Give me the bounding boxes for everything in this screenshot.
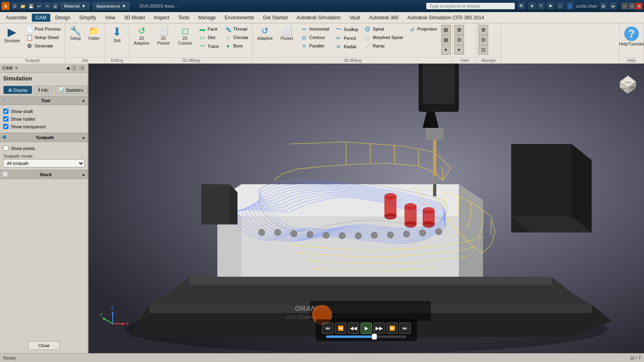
morphed-spiral-icon: ◌ [364, 34, 371, 41]
2d-adaptive-button[interactable]: ↺ 2D Adaptive [131, 25, 152, 47]
show-points-checkbox[interactable] [3, 146, 8, 151]
qa-new[interactable]: 🗋 [11, 2, 19, 10]
help-tutorials-button[interactable]: ? Help/Tutorials [621, 25, 642, 48]
circular-button[interactable]: ○ Circular [222, 33, 251, 41]
setup-sheet-button[interactable]: 📋 Setup Sheet [23, 33, 63, 41]
more-btn[interactable]: ≫ [609, 2, 617, 10]
tab-display[interactable]: 🖥 Display [3, 86, 32, 94]
face-button[interactable]: ▬ Face [196, 25, 221, 33]
menu-simplify[interactable]: Simplify [75, 14, 100, 22]
menu-3dmodel[interactable]: 3D Model [120, 14, 149, 22]
show-holder-checkbox[interactable] [3, 116, 8, 121]
cube-navigator[interactable]: TOP LEFT LEFT [616, 68, 640, 96]
panel-help-btn[interactable]: ? [71, 65, 77, 71]
pencil-button[interactable]: ✏ Pencil [332, 34, 361, 42]
morphed-spiral-button[interactable]: ◌ Morphed Spiral [361, 33, 405, 41]
horizontal-button[interactable]: ═ Horizontal [298, 25, 332, 33]
trace-button[interactable]: 〜 Trace [196, 42, 221, 51]
panel-close-btn[interactable]: ✕ [79, 65, 85, 71]
3d-more-btn-3[interactable]: ▼ [441, 45, 451, 55]
help-icon-btn[interactable]: ? [537, 2, 545, 10]
cam-dropdown[interactable]: ▼ [14, 66, 19, 70]
search-options-btn[interactable]: ▼ [528, 2, 536, 10]
show-transparent-checkbox[interactable] [3, 124, 8, 129]
view-btn-1[interactable]: ⊞ [454, 25, 464, 35]
playback-step-fwd-btn[interactable]: ▶▶ [374, 323, 385, 334]
menu-cam[interactable]: CAM [32, 14, 51, 22]
playback-play-btn[interactable]: ▶ [361, 323, 372, 334]
tab-statistics[interactable]: 📊 Statistics [54, 86, 88, 94]
section-toolpath-header[interactable]: ⬟ Toolpath ▲ [0, 133, 88, 142]
flag-btn[interactable]: ⚑ [547, 2, 554, 10]
playback-step-back-btn[interactable]: ◀◀ [348, 323, 359, 334]
2d-contour-button[interactable]: ◻ 2D Contour [175, 25, 196, 47]
expand-btn[interactable]: ⊞ [600, 2, 607, 10]
slot-button[interactable]: ▭ Slot [196, 33, 221, 41]
menu-assemble[interactable]: Assemble [2, 14, 31, 22]
menu-inspect[interactable]: Inspect [150, 14, 173, 22]
view-btn-2[interactable]: ⊟ [454, 35, 464, 45]
tab-info[interactable]: ℹ Info [34, 86, 53, 94]
menu-autodesk-sim[interactable]: Autodesk Simulation [293, 14, 345, 22]
folder-button[interactable]: 📁 Folder [85, 25, 103, 43]
3d-more-btn-2[interactable]: ▤ [441, 35, 451, 45]
parallel-button[interactable]: ≡ Parallel [298, 42, 332, 50]
manage-btn-2[interactable]: ⊟ [479, 35, 488, 45]
close-button[interactable]: Close [28, 341, 60, 350]
search-btn[interactable]: 🔍 [518, 2, 525, 10]
spiral-button[interactable]: @ Spiral [361, 25, 405, 33]
menu-cfd[interactable]: Autodesk Simulation CFD 360 2014 [403, 14, 488, 22]
menu-tools[interactable]: Tools [174, 14, 194, 22]
drill-button[interactable]: ⬇ Drill [107, 25, 128, 45]
menu-get-started[interactable]: Get Started [259, 14, 291, 22]
qa-print[interactable]: 🖨 [52, 2, 59, 10]
simulate-button[interactable]: ▶ Simulate [2, 25, 23, 45]
win-close[interactable]: ✕ [636, 3, 642, 9]
manage-btn-3[interactable]: ⊡ [479, 45, 488, 55]
material-dropdown[interactable]: Material ▼ [60, 2, 89, 10]
view-btn-3[interactable]: ▼ [454, 45, 464, 55]
section-stock-header[interactable]: ⬜ Stock ▲ [0, 170, 88, 179]
generate-button[interactable]: ⚙ Generate [23, 42, 63, 50]
2d-pocket-button[interactable]: ⬜ 2D Pocket [153, 25, 174, 47]
appearance-dropdown[interactable]: Appearance ▼ [93, 2, 130, 10]
thread-button[interactable]: 🔩 Thread [222, 25, 251, 33]
ramp-button[interactable]: ⟋ Ramp [361, 42, 405, 50]
win-minimize[interactable]: ─ [621, 3, 628, 9]
post-process-button[interactable]: 📄 Post Process [23, 25, 63, 33]
qa-open[interactable]: 📂 [19, 2, 27, 10]
playback-start-btn[interactable]: ⏮ [322, 323, 333, 334]
qa-undo[interactable]: ↩ [35, 2, 43, 10]
menu-view[interactable]: View [101, 14, 120, 22]
projection-button[interactable]: ⊿ Projection [406, 25, 440, 33]
search-input[interactable] [426, 3, 515, 9]
qa-save[interactable]: 💾 [27, 2, 35, 10]
3d-more-btn-1[interactable]: ▤ [441, 25, 451, 35]
menu-design[interactable]: Design [51, 14, 74, 22]
playback-next-btn[interactable]: ⏩ [386, 323, 398, 334]
menu-vault[interactable]: Vault [345, 14, 364, 22]
qa-redo[interactable]: ↪ [43, 2, 51, 10]
user-icon[interactable]: 👤 [566, 2, 574, 10]
section-tool-header[interactable]: 🔧 Tool ▲ [0, 96, 88, 105]
manage-btn-1[interactable]: ⊞ [479, 25, 488, 35]
menu-environments[interactable]: Environments [221, 14, 258, 22]
win-maximize[interactable]: □ [629, 3, 635, 9]
contour-button[interactable]: ◎ Contour [298, 33, 332, 41]
playback-end-btn[interactable]: ⏭ [399, 323, 411, 334]
progress-bar[interactable] [326, 335, 407, 338]
bore-button[interactable]: ● Bore [222, 42, 251, 50]
radial-button[interactable]: ✳ Radial [332, 43, 361, 51]
scallop-button[interactable]: 〜 Scallop [332, 25, 361, 34]
star-btn[interactable]: ☆ [557, 2, 564, 10]
show-shaft-checkbox[interactable] [3, 109, 8, 114]
menu-autodesk-360[interactable]: Autodesk 360 [365, 14, 402, 22]
toolpath-mode-select[interactable]: All toolpath Current operation Up to cur… [3, 159, 85, 167]
playback-prev-btn[interactable]: ⏪ [335, 323, 346, 334]
svg-point-24 [291, 230, 297, 237]
setup-button[interactable]: 🔧 Setup [67, 25, 85, 43]
panel-expand-btn[interactable]: ◀ [66, 66, 69, 71]
adaptive-button[interactable]: ↺ Adaptive [254, 25, 275, 43]
pocket-button[interactable]: ⬜ Pocket [276, 25, 297, 43]
menu-manage[interactable]: Manage [194, 14, 220, 22]
